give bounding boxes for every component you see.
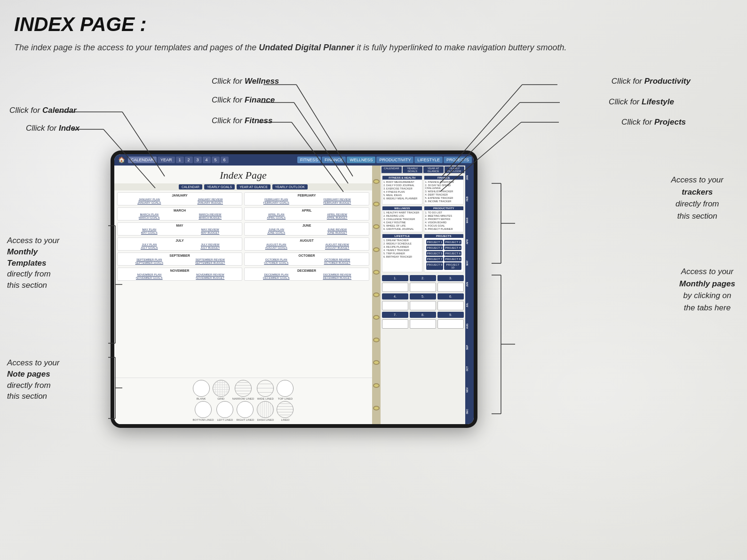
productivity-item-2[interactable]: 2. MEETING MINUTES	[425, 214, 463, 217]
november-goals[interactable]: NOVEMBER GOALS	[119, 276, 180, 279]
lifestyle-item-2[interactable]: 2. WEEKLY SCHEDULE	[383, 242, 421, 245]
december-goals[interactable]: DECEMBER GOALS	[246, 276, 307, 279]
tab-oct[interactable]: OCT	[465, 365, 474, 373]
lifestyle-item-1[interactable]: 1. DREAM TRACKER	[383, 239, 421, 242]
february-plan[interactable]: FEBRUARY PLAN	[246, 198, 307, 201]
rt-btn-yearly-goals[interactable]: YEARLY GOALS	[403, 166, 423, 173]
august-budget[interactable]: AUGUST BUDGET	[307, 246, 368, 249]
sub-nav-year-at-glance[interactable]: YEAR AT GLANCE	[237, 184, 270, 189]
project-10-btn[interactable]: PROJECT 10	[444, 262, 461, 270]
note-right-lined[interactable]: RIGHT LINED	[236, 401, 254, 421]
num-7[interactable]: 7.	[382, 312, 408, 318]
july-plan[interactable]: JULY PLAN	[119, 243, 180, 246]
rt-btn-yearly-outlook[interactable]: YEARLY OUTLOOK	[445, 166, 465, 173]
december-plan[interactable]: DECEMBER PLAN	[246, 273, 307, 276]
sub-nav-yearly-goals[interactable]: YEARLY GOALS	[204, 184, 235, 189]
may-review[interactable]: MAY REVIEW	[180, 228, 241, 231]
september-review[interactable]: SEPTEMBER REVIEW	[180, 258, 241, 261]
june-plan[interactable]: JUNE PLAN	[246, 228, 307, 231]
june-goals[interactable]: JUNE GOALS	[246, 231, 307, 234]
note-left-lined[interactable]: LEFT LINED	[216, 401, 233, 421]
fitness-item-4[interactable]: 4. FITNESS PLAN	[383, 190, 421, 193]
july-goals[interactable]: JULY GOALS	[119, 246, 180, 249]
tab-aug[interactable]: AUG	[465, 322, 474, 330]
num-6[interactable]: 6.	[437, 293, 464, 300]
october-goals[interactable]: OCTOBER GOALS	[246, 261, 307, 264]
lifestyle-item-3[interactable]: 3. RECIPE PLANNER	[383, 245, 421, 248]
note-top-lined[interactable]: TOP LINED	[277, 380, 294, 400]
finance-item-2[interactable]: 2. 30 DAY NO SPEND CHALLENGE	[425, 184, 463, 189]
productivity-item-6[interactable]: 6. PROJECT PLANNER	[425, 228, 463, 230]
tab-mar[interactable]: MAR	[465, 216, 474, 224]
july-budget[interactable]: JULY BUDGET	[180, 246, 241, 249]
may-goals[interactable]: MAY GOALS	[119, 231, 180, 234]
august-plan[interactable]: AUGUST PLAN	[246, 243, 307, 246]
project-2-btn[interactable]: PROJECT 2	[444, 240, 461, 245]
january-goals[interactable]: JANUARY GOALS	[119, 201, 180, 204]
project-6-btn[interactable]: PROJECT 6	[444, 251, 461, 256]
october-budget[interactable]: OCTOBER BUDGET	[307, 261, 368, 264]
nav-tab-finance[interactable]: FINANCE	[322, 157, 346, 163]
nav-tab-wellness[interactable]: WELLNESS	[347, 157, 375, 163]
productivity-item-1[interactable]: 1. TO DO LIST	[425, 211, 463, 214]
december-review[interactable]: DECEMBER REVIEW	[307, 273, 368, 276]
wellness-item-6[interactable]: 6. GRATITUDE JOURNAL	[383, 228, 421, 230]
april-review[interactable]: APRIL REVIEW	[307, 213, 368, 216]
rt-btn-calendar[interactable]: CALENDAR	[381, 166, 402, 173]
nav-tab-fitness[interactable]: FITNESS	[297, 157, 321, 163]
june-review[interactable]: JUNE REVIEW	[307, 228, 368, 231]
num-5[interactable]: 5.	[410, 293, 436, 300]
num-8[interactable]: 8.	[410, 312, 436, 318]
project-5-btn[interactable]: PROJECT 5	[426, 251, 444, 256]
num-9[interactable]: 9.	[437, 312, 464, 318]
num-1[interactable]: 1.	[382, 275, 408, 281]
project-4-btn[interactable]: PROJECT 4	[444, 245, 461, 250]
wellness-item-4[interactable]: 4. DAILY ROUTINE	[383, 221, 421, 224]
september-goals[interactable]: SEPTEMBER GOALS	[119, 261, 180, 264]
nav-tab-calendar[interactable]: CALENDAR	[128, 157, 157, 163]
october-review[interactable]: OCTOBER REVIEW	[307, 258, 368, 261]
note-bottom-lined[interactable]: BOTTOM LINED	[193, 401, 214, 421]
october-plan[interactable]: OCTOBER PLAN	[246, 258, 307, 261]
tab-sep[interactable]: SEP	[465, 344, 474, 351]
wellness-item-5[interactable]: 5. WHEEL OF LIFE	[383, 224, 421, 227]
nav-tab-lifestyle[interactable]: LIFESTYLE	[414, 157, 443, 163]
february-review[interactable]: FEBRUARY REVIEW	[307, 198, 368, 201]
fitness-item-2[interactable]: 2. DAILY FOOD JOURNAL	[383, 184, 421, 187]
num-4[interactable]: 4.	[382, 293, 408, 300]
project-8-btn[interactable]: PROJECT 8	[444, 257, 461, 261]
finance-item-1[interactable]: 1. FINANCE OVERVIEW	[425, 181, 463, 183]
project-7-btn[interactable]: PROJECT 7	[426, 257, 444, 261]
sub-nav-calendar[interactable]: CALENDAR	[179, 184, 202, 189]
tab-jun[interactable]: JUN	[465, 281, 474, 288]
note-grid[interactable]: GRID	[213, 380, 230, 400]
wellness-item-3[interactable]: 3. CHALLENGE TRACKER	[383, 218, 421, 221]
productivity-item-5[interactable]: 5. FOCUS GOAL	[425, 224, 463, 227]
nav-tab-projects[interactable]: PROJECTS	[444, 157, 472, 163]
nav-tab-productivity[interactable]: PRODUCTIVITY	[376, 157, 413, 163]
january-plan[interactable]: JANUARY PLAN	[119, 198, 180, 201]
february-goals[interactable]: FEBRUARY GOALS	[246, 201, 307, 204]
lifestyle-item-5[interactable]: 5. TRIP PLANNER	[383, 252, 421, 255]
january-review[interactable]: JANUARY REVIEW	[180, 198, 241, 201]
project-9-btn[interactable]: PROJECT 9	[426, 262, 444, 270]
sub-nav-yearly-outlook[interactable]: YEARLY OUTLOOK	[272, 184, 308, 189]
project-3-btn[interactable]: PROJECT 3	[426, 245, 444, 250]
num-3[interactable]: 3.	[437, 275, 464, 281]
rt-btn-year-at-glance[interactable]: YEAR AT GLANCE	[423, 166, 444, 173]
november-plan[interactable]: NOVEMBER PLAN	[119, 273, 180, 276]
tab-dec[interactable]: DEC	[465, 408, 474, 416]
july-review[interactable]: JULY REVIEW	[180, 243, 241, 246]
march-budget[interactable]: MARCH BUDGET	[180, 216, 241, 219]
nav-tab-4[interactable]: 4	[203, 157, 211, 163]
tab-jul[interactable]: JUL	[465, 301, 474, 308]
august-goals[interactable]: AUGUST GOALS	[246, 246, 307, 249]
num-2[interactable]: 2.	[410, 275, 436, 281]
may-plan[interactable]: MAY PLAN	[119, 228, 180, 231]
march-review[interactable]: MARCH REVIEW	[180, 213, 241, 216]
finance-item-4[interactable]: 4. DEBT TRACKER	[425, 193, 463, 196]
home-icon[interactable]: 🏠	[116, 157, 127, 163]
december-budget[interactable]: DECEMBER BUDGET	[307, 276, 368, 279]
productivity-item-3[interactable]: 3. PRIORITY MATRIX	[425, 218, 463, 221]
november-budget[interactable]: NOVEMBER BUDGET	[180, 276, 241, 279]
